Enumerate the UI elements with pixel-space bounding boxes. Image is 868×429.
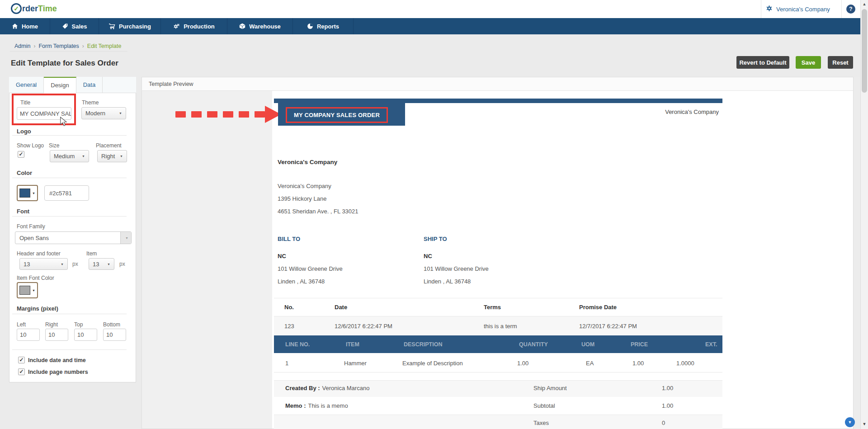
doc-top-rule bbox=[274, 99, 722, 103]
scrollbar-up-arrow[interactable]: ▲ bbox=[862, 2, 867, 6]
logo-size-value: Medium bbox=[54, 153, 75, 160]
breadcrumb: Admin › Form Templates › Edit Template bbox=[14, 43, 121, 49]
chevron-down-icon: ▼ bbox=[82, 155, 85, 158]
bill-to-name: NC bbox=[278, 253, 286, 259]
nav-item-purchasing[interactable]: Purchasing bbox=[99, 18, 161, 34]
items-header-item: ITEM bbox=[346, 341, 359, 348]
annotation-arrow-dash bbox=[207, 111, 217, 118]
breadcrumb-divider bbox=[10, 51, 127, 52]
nav-label: Purchasing bbox=[119, 23, 151, 30]
order-number: 123 bbox=[284, 323, 294, 330]
total-label: Taxes bbox=[533, 420, 549, 426]
item-size-label: Item bbox=[86, 250, 97, 257]
memo-value: This is a memo bbox=[308, 402, 348, 409]
font-family-value: Open Sans bbox=[15, 235, 49, 241]
ordertime-logo[interactable]: ✓rderTime bbox=[11, 3, 57, 14]
include-date-time-checkbox[interactable]: ✓ bbox=[18, 357, 25, 363]
chevron-down-icon: ▼ bbox=[107, 263, 110, 266]
show-logo-checkbox[interactable]: ✓ bbox=[18, 151, 24, 158]
company-menu-label: Veronica's Company bbox=[776, 6, 830, 13]
annotation-arrow-dash bbox=[175, 111, 186, 118]
breadcrumb-admin[interactable]: Admin bbox=[14, 43, 30, 49]
items-header-description: DESCRIPTION bbox=[404, 341, 442, 348]
header-footer-size-select[interactable]: 13▼ bbox=[19, 258, 68, 270]
order-promise-date: 12/7/2017 6:22:47 PM bbox=[579, 323, 637, 330]
settings-tabs: General Design Data bbox=[9, 77, 136, 93]
nav-item-home[interactable]: Home bbox=[0, 18, 50, 34]
save-button[interactable]: Save bbox=[796, 56, 821, 69]
scrollbar-down-arrow[interactable]: ▼ bbox=[862, 422, 867, 426]
font-family-select[interactable]: Open Sans ▼ bbox=[15, 231, 132, 244]
color-picker-button[interactable]: ▼ bbox=[17, 185, 38, 201]
nav-label: Warehouse bbox=[249, 23, 281, 30]
ship-to-street: 101 Willow Greene Drive bbox=[424, 265, 489, 272]
reset-button[interactable]: Reset bbox=[828, 56, 853, 69]
color-hex-input[interactable]: #2c5781 bbox=[44, 185, 89, 201]
chevron-right-icon: › bbox=[33, 43, 35, 49]
help-icon[interactable]: ? bbox=[846, 5, 855, 14]
items-header-row bbox=[274, 335, 722, 353]
margin-left-input[interactable]: 10 bbox=[17, 329, 40, 341]
item-quantity: 1.00 bbox=[517, 360, 528, 367]
tab-filler bbox=[103, 77, 136, 93]
ship-to-heading: SHIP TO bbox=[424, 236, 447, 242]
margin-right-input[interactable]: 10 bbox=[45, 329, 68, 341]
divider bbox=[12, 216, 127, 217]
theme-select[interactable]: Modern▼ bbox=[81, 107, 126, 119]
item-uom: EA bbox=[586, 360, 594, 367]
theme-label: Theme bbox=[82, 99, 99, 106]
nav-item-warehouse[interactable]: Warehouse bbox=[227, 18, 293, 34]
logo-size-select[interactable]: Medium▼ bbox=[50, 150, 89, 162]
font-family-label: Font Family bbox=[17, 223, 45, 230]
order-info-header: No. bbox=[284, 304, 294, 311]
tab-design[interactable]: Design bbox=[44, 77, 76, 93]
company-menu[interactable]: Veronica's Company bbox=[766, 0, 830, 18]
include-page-numbers-checkbox[interactable]: ✓ bbox=[18, 368, 25, 375]
chevron-down-icon: ▼ bbox=[120, 232, 131, 244]
header-footer-size-value: 13 bbox=[24, 261, 30, 268]
created-by-label: Created By : bbox=[285, 385, 320, 391]
divider bbox=[12, 349, 127, 350]
revert-to-default-button[interactable]: Revert to Default bbox=[736, 56, 789, 69]
chevron-down-icon: ▼ bbox=[120, 155, 123, 158]
include-date-time-label: Include date and time bbox=[28, 357, 86, 363]
tab-data[interactable]: Data bbox=[76, 77, 103, 93]
logo-size-label: Size bbox=[49, 142, 59, 149]
doc-company-line: 1395 Hickory Lane bbox=[278, 195, 326, 202]
preview-scrollbar-track[interactable] bbox=[854, 77, 860, 429]
nav-item-reports[interactable]: Reports bbox=[293, 18, 354, 34]
mouse-cursor bbox=[59, 117, 69, 128]
preview-gutter bbox=[142, 91, 272, 429]
chevron-down-icon: ▼ bbox=[119, 112, 122, 115]
items-header-line-no: LINE NO. bbox=[285, 341, 310, 348]
window-scrollbar-thumb[interactable] bbox=[862, 9, 867, 93]
item-row bbox=[274, 353, 722, 372]
item-font-color-swatch bbox=[19, 286, 30, 295]
item-size-select[interactable]: 13▼ bbox=[89, 258, 114, 270]
doc-footer-row bbox=[274, 415, 722, 429]
bill-to-heading: BILL TO bbox=[278, 236, 300, 242]
margins-section-heading: Margins (pixel) bbox=[17, 305, 58, 312]
total-value: 1.00 bbox=[662, 402, 673, 409]
show-logo-label: Show Logo bbox=[17, 142, 44, 149]
item-font-color-label: Item Font Color bbox=[17, 275, 54, 281]
header-divider bbox=[841, 0, 842, 18]
margin-top-input[interactable]: 10 bbox=[74, 329, 97, 341]
order-info-header: Promise Date bbox=[579, 304, 617, 311]
doc-company-line: 4651 Sheridan Ave. , FL 33021 bbox=[278, 208, 359, 215]
nav-label: Production bbox=[184, 23, 215, 30]
nav-item-production[interactable]: Production bbox=[161, 18, 227, 34]
annotation-arrow-dash bbox=[223, 111, 233, 118]
logo-placement-select[interactable]: Right▼ bbox=[97, 150, 127, 162]
breadcrumb-form-templates[interactable]: Form Templates bbox=[38, 43, 79, 49]
header-footer-size-label: Header and footer bbox=[17, 250, 61, 257]
order-terms: this is a term bbox=[484, 323, 517, 330]
nav-item-sales[interactable]: Sales bbox=[50, 18, 99, 34]
doc-company-name: Veronica's Company bbox=[278, 159, 337, 165]
margin-bottom-input[interactable]: 10 bbox=[103, 329, 126, 341]
scroll-down-button[interactable]: ▼ bbox=[845, 417, 855, 427]
item-font-color-picker-button[interactable]: ▼ bbox=[17, 282, 38, 298]
doc-company-top-right: Veronica's Company bbox=[665, 108, 719, 115]
tab-general[interactable]: General bbox=[9, 77, 44, 93]
theme-value: Modern bbox=[85, 110, 105, 117]
